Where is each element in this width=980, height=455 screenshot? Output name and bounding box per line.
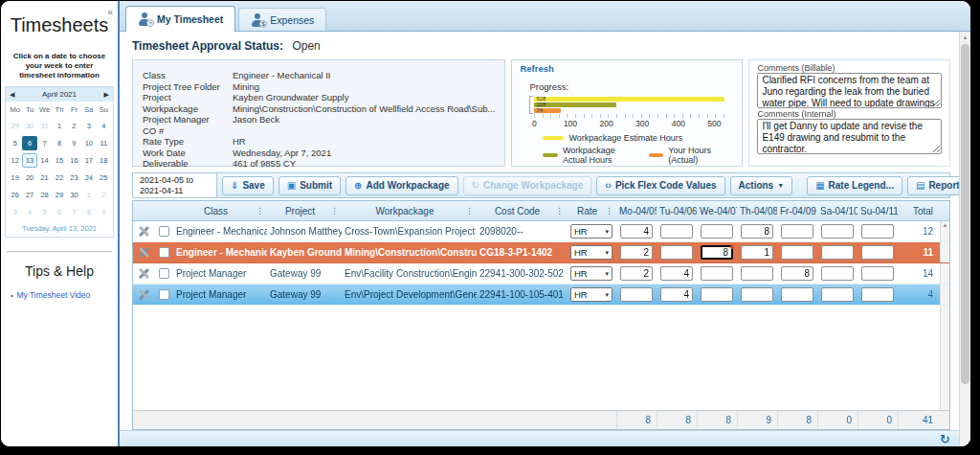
refresh-link[interactable]: Refresh: [520, 63, 553, 74]
header-project[interactable]: Project⋮: [267, 206, 342, 216]
row-checkbox[interactable]: [159, 268, 169, 279]
actions-dropdown[interactable]: Actions ▼: [730, 176, 793, 195]
hours-input[interactable]: [861, 287, 894, 302]
calendar-day[interactable]: 9: [97, 205, 111, 219]
calendar-day[interactable]: 5: [8, 136, 22, 150]
hours-input[interactable]: [620, 224, 653, 239]
column-menu-icon[interactable]: ⋮: [256, 206, 264, 216]
grid-scrollbar[interactable]: [940, 284, 949, 305]
calendar-day[interactable]: 10: [81, 136, 96, 150]
calendar-day[interactable]: 19: [8, 171, 22, 185]
calendar-day[interactable]: 24: [81, 171, 96, 185]
calendar-day[interactable]: 22: [52, 171, 66, 185]
calendar-day[interactable]: 9: [67, 136, 81, 150]
submit-button[interactable]: ▣ Submit: [278, 176, 341, 195]
rate-select[interactable]: HR▾: [570, 266, 612, 281]
calendar-day[interactable]: 3: [8, 205, 22, 219]
calendar-next-icon[interactable]: ▶: [104, 91, 109, 99]
header-day[interactable]: Su-04/11: [858, 206, 898, 216]
grid-scrollbar[interactable]: [940, 263, 949, 284]
grid-scrollbar[interactable]: [940, 242, 949, 262]
calendar-day[interactable]: 27: [22, 188, 36, 202]
calendar-day[interactable]: 13: [22, 153, 36, 168]
calendar-day[interactable]: 23: [67, 171, 81, 185]
hours-input[interactable]: [781, 245, 813, 260]
calendar-day[interactable]: 1: [81, 188, 96, 202]
calendar-selected-date[interactable]: Tuesday, April 13, 2021: [6, 219, 113, 237]
tab-expenses[interactable]: $ Expenses: [238, 8, 326, 31]
hours-input[interactable]: [701, 287, 733, 302]
calendar-day[interactable]: 8: [52, 136, 66, 150]
column-menu-icon[interactable]: ⋮: [465, 206, 474, 216]
hours-input[interactable]: [821, 287, 854, 302]
internal-comments-input[interactable]: I'll get Danny to update and revise the …: [757, 119, 942, 154]
header-class[interactable]: Class⋮: [173, 206, 267, 216]
header-day[interactable]: Mo-04/05: [616, 206, 657, 216]
rate-select[interactable]: HR▾: [570, 224, 612, 239]
header-day[interactable]: Sa-04/10: [817, 206, 858, 216]
calendar-day[interactable]: 20: [22, 171, 36, 185]
hours-input[interactable]: [821, 266, 854, 281]
calendar-day[interactable]: 21: [37, 171, 52, 185]
calendar-day[interactable]: 6: [22, 136, 36, 150]
hours-input[interactable]: [821, 245, 854, 260]
calendar-day[interactable]: 1: [52, 119, 66, 133]
column-menu-icon[interactable]: ⋮: [330, 206, 339, 216]
hours-input[interactable]: [660, 287, 693, 302]
scroll-up-icon[interactable]: ▲: [943, 222, 948, 228]
hours-input-focused[interactable]: [701, 245, 733, 260]
tools-icon[interactable]: [138, 246, 149, 259]
hours-input[interactable]: [741, 287, 773, 302]
tools-icon[interactable]: [138, 288, 149, 301]
collapse-sidebar-icon[interactable]: «: [107, 7, 112, 17]
scrollbar-thumb[interactable]: [961, 44, 969, 384]
hours-input[interactable]: [821, 224, 854, 239]
calendar-day[interactable]: 8: [81, 205, 96, 219]
calendar-day[interactable]: 28: [37, 188, 52, 202]
header-rate[interactable]: Rate⋮: [567, 206, 616, 216]
tools-icon[interactable]: [138, 267, 149, 280]
grid-scrollbar[interactable]: ▲: [940, 221, 949, 241]
calendar-day[interactable]: 4: [97, 119, 111, 133]
rate-legend-button[interactable]: ▦ Rate Legend...: [807, 176, 902, 195]
column-menu-icon[interactable]: ⋮: [555, 206, 564, 216]
header-cost-code[interactable]: Cost Code⋮: [477, 206, 567, 216]
rate-select[interactable]: HR▾: [570, 245, 612, 260]
header-workpackage[interactable]: Workpackage⋮: [342, 206, 477, 216]
hours-input[interactable]: [701, 266, 733, 281]
calendar-day[interactable]: 7: [37, 136, 52, 150]
grid-scrollbar[interactable]: [940, 306, 949, 410]
tools-icon[interactable]: [138, 225, 149, 238]
week-range-selector[interactable]: 2021-04-05 to 2021-04-11: [133, 173, 217, 197]
calendar-day[interactable]: 2: [97, 188, 111, 202]
calendar-day[interactable]: 29: [8, 119, 22, 133]
calendar-day[interactable]: 3: [81, 119, 96, 133]
hours-input[interactable]: [620, 287, 653, 302]
header-day[interactable]: Fr-04/09: [777, 206, 817, 216]
calendar-day[interactable]: 18: [97, 153, 111, 168]
column-menu-icon[interactable]: ⋮: [605, 206, 613, 216]
hours-input[interactable]: [781, 224, 813, 239]
hours-input[interactable]: [861, 245, 894, 260]
header-day[interactable]: Th-04/08: [737, 206, 777, 216]
timesheet-video-link[interactable]: My Timesheet Video: [16, 290, 90, 300]
refresh-icon[interactable]: ↻: [940, 433, 950, 445]
calendar-day[interactable]: 12: [8, 153, 22, 168]
hours-input[interactable]: [741, 245, 773, 260]
row-checkbox[interactable]: [159, 289, 169, 300]
row-checkbox[interactable]: [159, 226, 169, 237]
hours-input[interactable]: [861, 266, 894, 281]
hours-input[interactable]: [741, 224, 773, 239]
header-day[interactable]: Tu-04/06: [657, 206, 697, 216]
save-button[interactable]: ⇓ Save: [222, 176, 274, 195]
calendar-day[interactable]: 5: [37, 205, 52, 219]
hours-input[interactable]: [741, 266, 773, 281]
calendar-day[interactable]: 31: [37, 119, 52, 133]
hours-input[interactable]: [620, 245, 653, 260]
hours-input[interactable]: [781, 266, 813, 281]
add-workpackage-button[interactable]: ⊕ Add Workpackage: [345, 176, 457, 195]
hours-input[interactable]: [660, 224, 693, 239]
calendar-day[interactable]: 15: [52, 153, 66, 168]
hours-input[interactable]: [660, 266, 693, 281]
table-row[interactable]: Engineer - Mechanical II Johnson Matthey…: [133, 221, 949, 242]
